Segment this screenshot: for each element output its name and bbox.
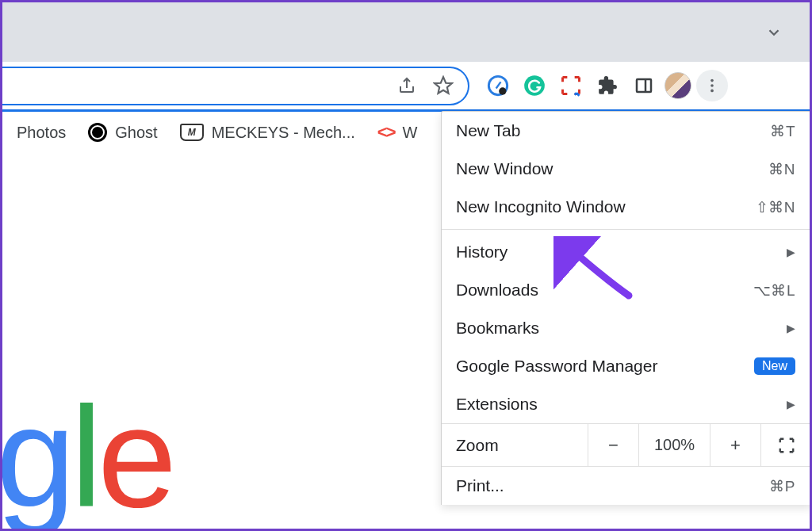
ghost-icon xyxy=(88,123,107,142)
fullscreen-icon xyxy=(778,437,795,454)
side-panel-icon[interactable] xyxy=(628,70,660,101)
extension-grammarly-icon[interactable] xyxy=(519,70,550,101)
zoom-in-button[interactable]: + xyxy=(710,424,760,466)
menu-password-manager[interactable]: Google Password Manager New xyxy=(442,347,811,385)
svg-point-2 xyxy=(499,87,506,94)
share-icon[interactable] xyxy=(393,72,420,99)
menu-print[interactable]: Print... ⌘P xyxy=(442,467,811,505)
tab-strip xyxy=(2,2,810,62)
submenu-arrow-icon: ▶ xyxy=(787,246,795,258)
bookmark-w[interactable]: <> W xyxy=(377,122,418,143)
submenu-arrow-icon: ▶ xyxy=(787,322,795,334)
code-icon: <> xyxy=(377,122,395,143)
menu-print-label: Print... xyxy=(456,476,504,495)
bookmark-meckeys[interactable]: M MECKEYS - Mech... xyxy=(180,124,355,142)
menu-downloads-shortcut: ⌥⌘L xyxy=(753,281,795,300)
menu-password-manager-label: Google Password Manager xyxy=(456,357,657,376)
menu-zoom-label: Zoom xyxy=(442,424,588,466)
bookmark-photos[interactable]: Photos xyxy=(17,124,66,142)
meckeys-icon: M xyxy=(180,124,204,141)
svg-point-7 xyxy=(710,84,714,87)
menu-new-tab-label: New Tab xyxy=(456,121,520,140)
menu-extensions[interactable]: Extensions ▶ xyxy=(442,385,811,423)
menu-new-tab-shortcut: ⌘T xyxy=(770,122,795,140)
menu-new-incognito[interactable]: New Incognito Window ⇧⌘N xyxy=(442,188,811,226)
bookmark-ghost[interactable]: Ghost xyxy=(88,123,157,142)
bookmark-photos-label: Photos xyxy=(17,124,66,142)
chrome-menu-icon[interactable] xyxy=(696,70,728,101)
extension-quillbot-icon[interactable] xyxy=(482,70,514,101)
menu-extensions-label: Extensions xyxy=(456,395,538,414)
bookmark-star-icon[interactable] xyxy=(430,72,457,99)
svg-marker-0 xyxy=(435,77,452,94)
menu-new-tab[interactable]: New Tab ⌘T xyxy=(442,112,811,150)
submenu-arrow-icon: ▶ xyxy=(787,398,795,411)
menu-new-incognito-shortcut: ⇧⌘N xyxy=(756,198,795,216)
menu-zoom-row: Zoom − 100% + xyxy=(442,423,811,467)
toolbar xyxy=(2,62,810,109)
extensions-area xyxy=(482,70,728,101)
svg-rect-4 xyxy=(637,79,651,92)
menu-new-incognito-label: New Incognito Window xyxy=(456,197,626,216)
menu-downloads[interactable]: Downloads ⌥⌘L xyxy=(442,271,811,309)
google-logo-fragment: gle xyxy=(2,375,172,529)
extensions-puzzle-icon[interactable] xyxy=(592,70,623,101)
bookmark-meckeys-label: MECKEYS - Mech... xyxy=(212,124,355,142)
menu-downloads-label: Downloads xyxy=(456,281,538,300)
svg-point-8 xyxy=(710,90,714,93)
menu-new-window-label: New Window xyxy=(456,159,553,178)
menu-history[interactable]: History ▶ xyxy=(442,233,811,271)
bookmark-w-label: W xyxy=(402,124,417,142)
tab-search-chevron[interactable] xyxy=(760,19,787,46)
profile-avatar[interactable] xyxy=(665,72,691,99)
menu-print-shortcut: ⌘P xyxy=(769,477,795,495)
chrome-main-menu: New Tab ⌘T New Window ⌘N New Incognito W… xyxy=(441,111,812,505)
zoom-value: 100% xyxy=(638,424,710,466)
menu-bookmarks-label: Bookmarks xyxy=(456,319,539,338)
menu-new-window-shortcut: ⌘N xyxy=(768,160,795,178)
menu-bookmarks[interactable]: Bookmarks ▶ xyxy=(442,309,811,347)
zoom-out-button[interactable]: − xyxy=(588,424,638,466)
extension-screenshot-icon[interactable] xyxy=(555,70,587,101)
menu-separator xyxy=(442,229,811,230)
svg-point-6 xyxy=(710,79,714,82)
new-badge: New xyxy=(754,357,795,375)
bookmark-ghost-label: Ghost xyxy=(115,124,157,142)
menu-new-window[interactable]: New Window ⌘N xyxy=(442,150,811,188)
address-bar[interactable] xyxy=(2,67,469,105)
menu-history-label: History xyxy=(456,243,508,262)
fullscreen-button[interactable] xyxy=(760,424,811,466)
